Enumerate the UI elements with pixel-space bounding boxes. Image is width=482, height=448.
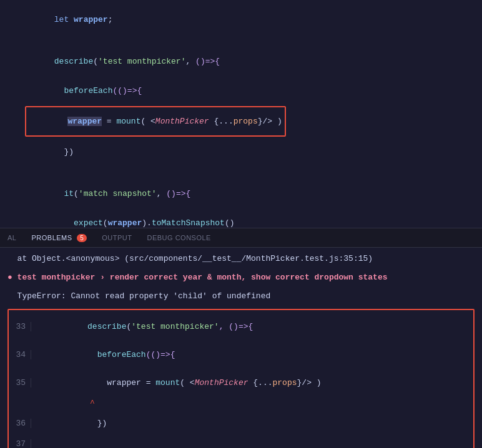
- term-code-content: beforeEach(()=>{: [39, 341, 175, 369]
- code-line: expect(wrapper).toMatchSnapshot(): [0, 208, 482, 228]
- term-code-content: }): [39, 409, 107, 437]
- punctuation: ,: [157, 189, 167, 198]
- term-line: [7, 303, 475, 306]
- term-line-number: 35: [9, 378, 31, 387]
- tab-problems[interactable]: PROBLEMS 5: [29, 230, 89, 245]
- terminal-area: at Object.<anonymous> (src/components/__…: [0, 248, 482, 448]
- punctuation: =: [102, 117, 116, 126]
- function-name: it: [64, 189, 74, 198]
- component-name: MonthPicker: [155, 117, 209, 126]
- term-code-line: 37: [9, 437, 473, 448]
- code-line: [0, 34, 482, 47]
- punctuation: (: [103, 218, 108, 228]
- punctuation: ).: [142, 218, 152, 228]
- code-content: describe('test monthpicker', ()=>{: [25, 47, 482, 75]
- term-line-number: 34: [9, 350, 31, 359]
- problems-badge: 5: [77, 234, 87, 242]
- code-content: let wrapper;: [25, 6, 482, 34]
- editor-area: let wrapper; describe('test monthpicker'…: [0, 0, 482, 228]
- term-line: [7, 284, 475, 290]
- function-name: beforeEach: [64, 86, 112, 95]
- tab-output[interactable]: OUTPUT: [99, 230, 134, 245]
- term-line-number: 33: [9, 322, 31, 331]
- string: 'test monthpicker': [98, 57, 185, 66]
- code-line: let wrapper;: [0, 5, 482, 34]
- method: toMatchSnapshot: [152, 218, 225, 228]
- term-code-line: 33 describe('test monthpicker', ()=>{: [9, 313, 473, 341]
- terminal-code-box: 33 describe('test monthpicker', ()=>{ 34…: [7, 309, 475, 448]
- props: props: [234, 117, 258, 126]
- indent: [54, 189, 64, 198]
- code-line: it('match snapshot', ()=>{: [0, 179, 482, 208]
- function-name: expect: [74, 218, 103, 228]
- indent: [54, 86, 64, 95]
- code-content: }): [25, 138, 482, 166]
- punctuation: }): [54, 147, 74, 157]
- term-type-error: TypeError: Cannot read property 'child' …: [7, 290, 475, 303]
- punctuation: {...: [209, 117, 234, 126]
- term-line-number: 36: [9, 419, 31, 428]
- string: 'match snapshot': [79, 189, 157, 198]
- mount-function: mount: [116, 117, 140, 126]
- code-content: beforeEach(()=>{: [25, 77, 482, 105]
- term-code-line: ^: [9, 397, 473, 409]
- code-line: describe('test monthpicker', ()=>{: [0, 47, 482, 76]
- punctuation: }/> ): [258, 117, 282, 126]
- term-code-content: describe('test monthpicker', ()=>{: [39, 313, 253, 341]
- code-line: [0, 167, 482, 179]
- wrapper-variable: wrapper: [67, 117, 102, 126]
- term-line: [7, 265, 475, 271]
- variable: wrapper: [74, 15, 108, 24]
- caret-indicator: ^: [34, 399, 95, 408]
- variable: wrapper: [108, 218, 142, 228]
- term-error-title: ● test monthpicker › render correct year…: [7, 271, 475, 284]
- arrow: (()=>{: [112, 86, 142, 95]
- term-line-number: 37: [9, 439, 31, 449]
- panel-header: AL PROBLEMS 5 OUTPUT DEBUG CONSOLE: [0, 228, 482, 248]
- code-line: }): [0, 137, 482, 167]
- arrow: ()=>{: [195, 57, 220, 66]
- mount-line: wrapper = mount( <MonthPicker {...props}…: [0, 105, 482, 137]
- punctuation: (: [93, 57, 98, 66]
- arrow: ()=>{: [166, 189, 190, 198]
- term-line: at Object.<anonymous> (src/components/__…: [7, 253, 475, 265]
- punctuation: ;: [108, 15, 113, 24]
- code-line: beforeEach(()=>{: [0, 76, 482, 105]
- code-content: wrapper = mount( <MonthPicker {...props}…: [25, 106, 482, 137]
- term-code-line: 35 wrapper = mount( <MonthPicker {...pro…: [9, 369, 473, 397]
- indent: [54, 218, 74, 228]
- term-code-line: 34 beforeEach(()=>{: [9, 341, 473, 369]
- keyword: let: [54, 15, 74, 24]
- punctuation: (): [225, 218, 235, 228]
- tab-debug-console[interactable]: DEBUG CONSOLE: [144, 230, 213, 245]
- punctuation: (: [74, 189, 79, 198]
- function-name: describe: [54, 57, 93, 66]
- punctuation: ,: [185, 57, 195, 66]
- code-content: expect(wrapper).toMatchSnapshot(): [25, 209, 482, 228]
- punctuation: ( <: [140, 117, 155, 126]
- term-code-line: 36 }): [9, 409, 473, 437]
- tab-al[interactable]: AL: [5, 230, 19, 245]
- term-code-content: wrapper = mount( <MonthPicker {...props}…: [39, 369, 322, 397]
- code-content: it('match snapshot', ()=>{: [25, 180, 482, 208]
